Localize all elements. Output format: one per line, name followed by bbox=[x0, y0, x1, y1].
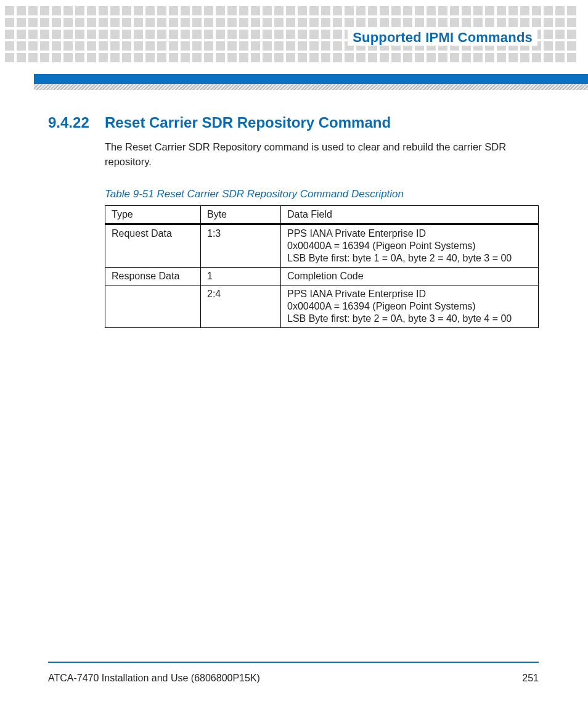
command-description-table: Type Byte Data Field Request Data1:3PPS … bbox=[105, 205, 539, 328]
table-cell-data-line: Completion Code bbox=[287, 271, 532, 282]
table-cell-byte: 2:4 bbox=[201, 285, 281, 327]
table-cell-byte: 1 bbox=[201, 267, 281, 285]
content-area: 9.4.22 Reset Carrier SDR Repository Comm… bbox=[48, 114, 539, 328]
table-cell-data-line: LSB Byte first: byte 2 = 0A, byte 3 = 40… bbox=[287, 313, 532, 324]
footer: ATCA-7470 Installation and Use (6806800P… bbox=[48, 673, 539, 684]
table-header-cell: Type bbox=[105, 205, 201, 224]
table-cell-data-line: PPS IANA Private Enterprise ID bbox=[287, 228, 532, 239]
table-cell-data-line: LSB Byte first: byte 1 = 0A, byte 2 = 40… bbox=[287, 253, 532, 264]
table-cell-type: Response Data bbox=[105, 267, 201, 285]
table-cell-data-line: PPS IANA Private Enterprise ID bbox=[287, 289, 532, 300]
header-hatch-bar bbox=[34, 84, 588, 90]
footer-rule bbox=[48, 662, 539, 663]
table-header-row: Type Byte Data Field bbox=[105, 205, 539, 224]
table-header-cell: Data Field bbox=[281, 205, 539, 224]
table-cell-data-field: PPS IANA Private Enterprise ID0x00400A =… bbox=[281, 224, 539, 267]
table-header-cell: Byte bbox=[201, 205, 281, 224]
table-caption: Table 9-51 Reset Carrier SDR Repository … bbox=[105, 188, 539, 200]
page-header-title: Supported IPMI Commands bbox=[348, 30, 537, 46]
footer-doc-id: ATCA-7470 Installation and Use (6806800P… bbox=[48, 673, 260, 684]
header-blue-bar bbox=[34, 74, 588, 84]
section-number: 9.4.22 bbox=[48, 114, 105, 131]
table-cell-byte: 1:3 bbox=[201, 224, 281, 267]
table-row: Response Data1Completion Code bbox=[105, 267, 539, 285]
table-cell-data-field: PPS IANA Private Enterprise ID0x00400A =… bbox=[281, 285, 539, 327]
table-cell-data-field: Completion Code bbox=[281, 267, 539, 285]
table-cell-data-line: 0x00400A = 16394 (Pigeon Point Systems) bbox=[287, 301, 532, 312]
table-row: 2:4PPS IANA Private Enterprise ID0x00400… bbox=[105, 285, 539, 327]
section-body: The Reset Carrier SDR Repository command… bbox=[105, 140, 536, 170]
section-heading: 9.4.22 Reset Carrier SDR Repository Comm… bbox=[48, 114, 539, 131]
footer-page-number: 251 bbox=[522, 673, 539, 684]
section-title: Reset Carrier SDR Repository Command bbox=[105, 114, 391, 131]
table-cell-type: Request Data bbox=[105, 224, 201, 267]
table-row: Request Data1:3PPS IANA Private Enterpri… bbox=[105, 224, 539, 267]
table-cell-data-line: 0x00400A = 16394 (Pigeon Point Systems) bbox=[287, 240, 532, 252]
table-cell-type bbox=[105, 285, 201, 327]
